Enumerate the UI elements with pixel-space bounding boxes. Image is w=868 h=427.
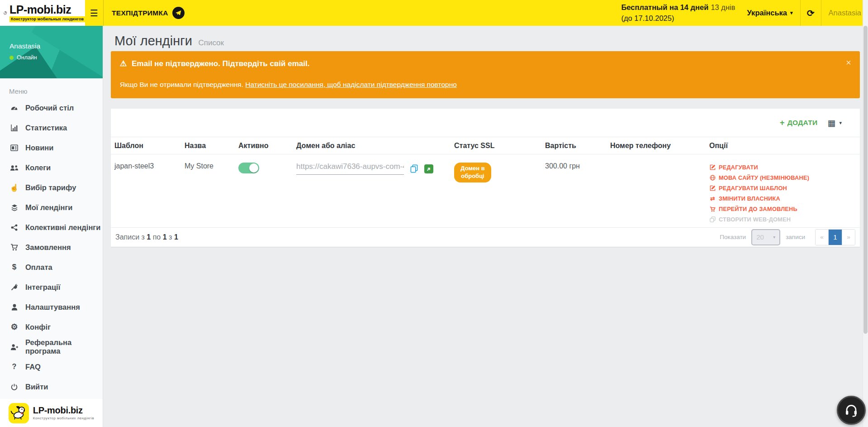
sidebar-item-dashboard[interactable]: Робочий стіл — [0, 98, 103, 118]
sidebar-item-settings[interactable]: Налаштування — [0, 297, 103, 317]
dog-mascot-icon — [3, 3, 7, 23]
records-summary: Записи з 1 по 1 з 1 — [115, 233, 178, 241]
topbar: LP-mobi.biz Конструктор мобильных лендин… — [0, 0, 868, 26]
open-site-icon[interactable]: ➔ — [424, 164, 433, 173]
sidebar-item-tariff[interactable]: ☝ Вибір тарифу — [0, 178, 103, 197]
records-label: записи — [786, 234, 805, 240]
footer-logo-title: LP-mobi.biz — [33, 406, 94, 415]
sidebar-item-label: Новини — [25, 144, 53, 152]
sidebar-item-label: Реферальна програма — [25, 338, 103, 355]
app-root: LP-mobi.biz Конструктор мобильных лендин… — [0, 0, 868, 427]
landings-card: + ДОДАТИ ▦ ▾ Шаблон — [111, 109, 860, 247]
online-status-label: Онлайн — [17, 54, 37, 61]
news-icon — [9, 144, 19, 151]
toggle-knob — [249, 163, 258, 173]
sidebar-item-label: Колективні лендінги — [25, 223, 100, 232]
sidebar-item-integrations[interactable]: Інтеграції — [0, 277, 103, 297]
cell-options: РЕДАГУВАТИ МОВА САЙТУ (НЕЗМІНЮВАНЕ) РЕДА… — [706, 154, 860, 228]
sidebar-item-referral[interactable]: Реферальна програма — [0, 337, 103, 357]
logo-title: LP-mobi.biz — [9, 4, 85, 15]
alert-text: Якщо Ви не отримали підтвердження. — [120, 81, 245, 88]
sidebar-toggle-button[interactable]: ☰ — [85, 0, 104, 26]
cell-template: japan-steel3 — [111, 154, 181, 228]
page-header: Мої лендінги Список — [103, 26, 868, 48]
sidebar-item-config[interactable]: ⚙ Конфіг — [0, 317, 103, 337]
logo-tagline: Конструктор мобильных лендингов — [9, 16, 85, 22]
option-label: МОВА САЙТУ (НЕЗМІНЮВАНЕ) — [719, 174, 809, 181]
language-selector[interactable]: Українська ▾ — [747, 9, 792, 17]
sidebar-item-label: Оплата — [25, 263, 52, 272]
scrollbar-thumb[interactable] — [863, 26, 868, 334]
page-scrollbar[interactable] — [863, 0, 868, 427]
sidebar-footer-logo[interactable]: LP-mobi.biz Конструктор мобільних лендін… — [0, 399, 103, 427]
sidebar-item-label: Робочий стіл — [25, 104, 74, 112]
pager-prev-button[interactable]: « — [816, 230, 829, 245]
sidebar-item-label: Замовлення — [25, 243, 71, 252]
sidebar-item-label: Вибір тарифу — [25, 183, 76, 192]
arrow-icon: ➔ — [425, 165, 432, 173]
sidebar-item-news[interactable]: Новини — [0, 138, 103, 158]
sidebar-item-label: Статистика — [25, 124, 67, 132]
sidebar-item-label: Інтеграції — [25, 283, 60, 292]
menu-section-label: Меню — [9, 87, 103, 95]
sidebar-item-faq[interactable]: ? FAQ — [0, 357, 103, 377]
show-label: Показати — [720, 234, 746, 240]
online-status-dot — [9, 56, 14, 60]
topbar-logo[interactable]: LP-mobi.biz Конструктор мобильных лендин… — [0, 0, 85, 26]
sidebar-item-my-landings[interactable]: Мої лендінги — [0, 197, 103, 217]
sidebar-item-statistics[interactable]: Статистика — [0, 118, 103, 138]
sidebar-item-orders[interactable]: Замовлення — [0, 237, 103, 257]
topbar-username[interactable]: Anastasia — [829, 9, 861, 17]
support-chat-button[interactable] — [837, 396, 866, 425]
pager: « 1 » — [815, 229, 855, 245]
domain-input[interactable] — [296, 162, 404, 175]
sidebar-item-logout[interactable]: Вийти — [0, 377, 103, 397]
option-label: РЕДАГУВАТИ ШАБЛОН — [719, 185, 787, 192]
resend-confirmation-link[interactable]: Натисніть це посилання, щоб надіслати пі… — [245, 81, 457, 88]
columns-dropdown[interactable]: ▦ ▾ — [828, 118, 842, 128]
active-toggle[interactable] — [238, 163, 259, 173]
page-size-value: 20 — [756, 233, 764, 241]
cell-domain: ➔ — [293, 154, 451, 228]
card-toolbar: + ДОДАТИ ▦ ▾ — [780, 109, 860, 137]
col-header-price: Вартість — [541, 137, 607, 154]
sidebar-item-collective-landings[interactable]: Колективні лендінги — [0, 217, 103, 237]
topbar-divider — [821, 0, 821, 26]
pager-page-1[interactable]: 1 — [829, 230, 842, 245]
dashboard-icon — [9, 104, 19, 112]
option-change-owner[interactable]: ⇄ ЗМІНИТИ ВЛАСНИКА — [709, 193, 860, 204]
chevron-down-icon: ▾ — [790, 10, 793, 16]
option-edit[interactable]: РЕДАГУВАТИ — [709, 162, 860, 173]
option-label: ЗМІНИТИ ВЛАСНИКА — [719, 195, 780, 202]
pager-next-button[interactable]: » — [842, 230, 855, 245]
col-header-domain: Домен або аліас — [293, 137, 451, 154]
sidebar-item-colleagues[interactable]: Колеги — [0, 158, 103, 178]
sidebar-item-payment[interactable]: $ Оплата — [0, 257, 103, 277]
edit-icon — [709, 164, 716, 170]
trial-info: Бесплатный на 14 дней13 днів (до 17.10.2… — [621, 2, 735, 23]
close-icon[interactable]: × — [846, 58, 851, 68]
page-size-select[interactable]: 20 ▾ — [751, 229, 780, 245]
landings-table: Шаблон Назва Активно Домен або аліас Ста… — [111, 137, 860, 228]
table-footer: Записи з 1 по 1 з 1 Показати 20 ▾ записи… — [111, 227, 860, 247]
hamburger-icon: ☰ — [90, 8, 98, 19]
topbar-right: Бесплатный на 14 дней13 днів (до 17.10.2… — [621, 0, 861, 26]
page-subtitle: Список — [198, 38, 224, 47]
support-button[interactable]: ТЕХПІДТРИМКА — [112, 0, 185, 26]
cell-phone — [607, 154, 706, 228]
copy-icon[interactable] — [410, 164, 418, 175]
gears-icon: ⚙ — [9, 322, 19, 332]
option-go-to-orders[interactable]: ПЕРЕЙТИ ДО ЗАМОВЛЕНЬ — [709, 204, 860, 214]
cell-price: 300.00 грн — [541, 154, 607, 228]
cell-ssl-status: Домен в обробці — [451, 154, 541, 228]
option-edit-template[interactable]: РЕДАГУВАТИ ШАБЛОН — [709, 183, 860, 193]
user-icon — [9, 304, 19, 311]
page-title: Мої лендінги — [114, 34, 192, 48]
col-header-active: Активно — [235, 137, 293, 154]
refresh-button[interactable]: ⟳ — [801, 0, 821, 26]
cell-name: My Store — [181, 154, 235, 228]
option-site-language[interactable]: МОВА САЙТУ (НЕЗМІНЮВАНЕ) — [709, 173, 860, 183]
add-landing-button[interactable]: + ДОДАТИ — [780, 118, 818, 128]
option-label: ПЕРЕЙТИ ДО ЗАМОВЛЕНЬ — [719, 206, 797, 212]
my-landings-icon — [9, 204, 19, 211]
